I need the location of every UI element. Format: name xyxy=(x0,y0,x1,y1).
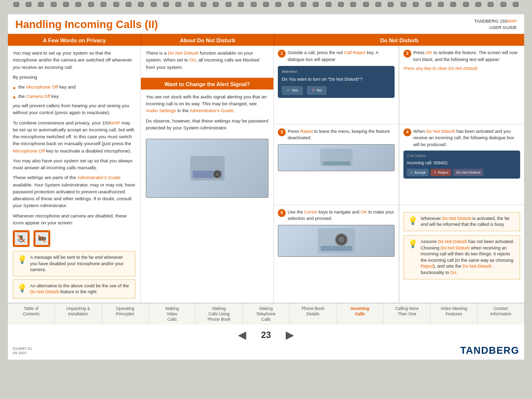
tip3-text: Whenever Do Not Disturb is activated, th… xyxy=(421,215,516,228)
dialog-buttons: ✓ Yes ✗ No xyxy=(282,86,391,95)
step-2-box: 2 Press OK to activate the feature. The … xyxy=(399,46,524,124)
nav-contact-information[interactable]: ContactInformation xyxy=(478,304,524,325)
tip-box-4: 💡 Assume Do Not Disturb has not been act… xyxy=(403,235,520,279)
svg-point-9 xyxy=(215,172,219,176)
bullet-microphone: ● the Microphone Off key and xyxy=(13,84,135,92)
dnd-clear-text: Press any key to clear Do Not Disturb xyxy=(403,65,520,72)
doc-date: 05.2007 xyxy=(13,351,32,355)
tip-icon-3: 💡 xyxy=(408,215,418,226)
page-navigation: ◀ 23 ▶ xyxy=(8,327,524,343)
spiral-binding xyxy=(0,0,532,9)
reject-btn[interactable]: ✗ Reject xyxy=(431,169,451,176)
step-3-box: 3 Press Reject to leave the menu, keepin… xyxy=(274,124,399,205)
nav-making-calls-phonebook[interactable]: MakingCalls UsingPhone Book xyxy=(196,304,242,325)
step-4-box: 4 When Do Not Disturb has been activated… xyxy=(399,124,524,205)
privacy-column: You may want to set up your system so th… xyxy=(8,46,141,303)
svg-rect-3 xyxy=(38,237,44,241)
nav-phone-book-details[interactable]: Phone BookDetails xyxy=(290,304,336,325)
step-2-header: 2 Press OK to activate the feature. The … xyxy=(403,50,520,63)
nav-operating-principles[interactable]: OperatingPrinciples xyxy=(102,304,149,325)
svg-line-5 xyxy=(38,235,45,242)
step-1-num: 1 xyxy=(278,50,286,58)
alert-content: You are not stuck with the audio signal … xyxy=(141,90,273,204)
call-action-buttons: ✓ Accept ✗ Reject Do Not Disturb xyxy=(407,169,517,176)
tip-box-2: 💡 An alternative to the above could be t… xyxy=(13,279,135,299)
step-4-num: 4 xyxy=(403,128,411,136)
privacy-para5: These settings are parts of the Adminstr… xyxy=(13,174,135,209)
step-2-num: 2 xyxy=(403,50,411,58)
dnd-steps-column: 1 Outside a call, press the red Call Rej… xyxy=(274,46,524,303)
nav-incoming-calls[interactable]: IncomingCalls xyxy=(337,304,384,325)
svg-line-2 xyxy=(18,235,25,242)
dialog-no-btn[interactable]: ✗ No xyxy=(307,86,327,95)
dnd-header: Do Not Disturb xyxy=(274,35,524,46)
dnd-about-column: There is a Do Not Disturb function avail… xyxy=(141,46,274,303)
alert-section: Want to Change the Alert Signal? You are… xyxy=(141,78,273,204)
privacy-para2: you will prevent callers from hearing yo… xyxy=(13,102,135,117)
step-2-text: Press OK to activate the feature. The sc… xyxy=(413,50,520,63)
tip-box-3: 💡 Whenever Do Not Disturb is activated, … xyxy=(403,212,520,231)
alert-para1: You are not stuck with the audio signal … xyxy=(146,93,268,115)
privacy-para4: You may also have your system set up so … xyxy=(13,157,135,172)
footer-row: D14067.01 05.2007 TANDBERG xyxy=(8,343,524,358)
page-header: Handling Incoming Calls (II) TANDBERG 15… xyxy=(8,14,524,34)
main-content: You may want to set up your system so th… xyxy=(8,46,524,303)
by-pressing-label: By pressing xyxy=(13,74,135,81)
step-4-header: 4 When Do Not Disturb has been activated… xyxy=(403,128,520,149)
main-page: Handling Incoming Calls (II) TANDBERG 15… xyxy=(7,14,525,360)
step-3-text: Press Reject to leave the menu, keeping … xyxy=(288,128,395,142)
svg-point-15 xyxy=(338,237,344,243)
section-headers: A Few Words on Privacy About Do Not Dist… xyxy=(8,34,524,46)
accept-btn[interactable]: ✓ Accept xyxy=(407,169,429,176)
page-title: Handling Incoming Calls (II) xyxy=(15,18,158,31)
navigation-bar: Table ofContents Unpacking &Installation… xyxy=(8,303,524,325)
alert-screenshot xyxy=(146,139,268,198)
tip-icon-1: 💡 xyxy=(17,254,27,265)
step-1-box: 1 Outside a call, press the red Call Rej… xyxy=(274,46,399,124)
nav-making-video-calls[interactable]: MakingVideoCalls xyxy=(149,304,196,325)
nav-unpacking-installation[interactable]: Unpacking &Installation xyxy=(55,304,101,325)
tip-icon-2: 💡 xyxy=(17,283,27,294)
dialog-title: Attention xyxy=(282,69,391,75)
nav-calling-more-than-one[interactable]: Calling MoreThan One xyxy=(384,304,431,325)
step-5-text: Use the Cursor keys to navigate and OK t… xyxy=(288,209,395,222)
dnd-about-content: There is a Do Not Disturb function avail… xyxy=(141,46,273,78)
privacy-content: You may want to set up your system so th… xyxy=(8,46,140,303)
camera-off-icon xyxy=(33,230,50,247)
step-3-num: 3 xyxy=(278,128,286,136)
alert-header: Want to Change the Alert Signal? xyxy=(141,79,273,90)
privacy-para6: Whenever microphone and camera are disab… xyxy=(13,213,135,227)
footer: ◀ 23 ▶ D14067.01 05.2007 TANDBERG xyxy=(8,325,524,360)
call-number: Incoming call: 558402 xyxy=(407,160,517,166)
tip1-text: A message will be sent to the far end wh… xyxy=(30,254,131,273)
dialog-yes-btn[interactable]: ✓ Yes xyxy=(282,86,303,95)
dnd-btn[interactable]: Do Not Disturb xyxy=(453,169,483,176)
dialog-question: Do You want to turn on "Do Not Disturb"? xyxy=(282,76,391,83)
svg-rect-0 xyxy=(20,235,23,240)
dialog-box-1: Attention Do You want to turn on "Do Not… xyxy=(278,66,395,98)
model-name: TANDBERG 150MXP xyxy=(474,18,517,25)
step-1-text: Outside a call, press the red Call Rejec… xyxy=(288,50,395,63)
prev-page-arrow[interactable]: ◀ xyxy=(238,329,246,341)
step-5-num: 5 xyxy=(278,209,286,217)
alert-para2: Do observe, however, that these settings… xyxy=(146,118,268,132)
dnd-about-header: About Do Not Disturb xyxy=(141,35,274,46)
tip-3-4-box: 💡 Whenever Do Not Disturb is activated, … xyxy=(399,205,524,303)
step-5-screenshot xyxy=(278,225,395,257)
disabled-icons xyxy=(13,230,135,247)
page-number: 23 xyxy=(261,330,271,340)
tip4-text: Assume Do Not Disturb has not been activ… xyxy=(421,239,516,276)
nav-making-telephone-calls[interactable]: MakingTelephoneCalls xyxy=(243,304,290,325)
svg-marker-4 xyxy=(44,237,46,241)
tandberg-logo: TANDBERG xyxy=(460,345,519,356)
step-5-header: 5 Use the Cursor keys to navigate and OK… xyxy=(278,209,395,222)
svg-rect-11 xyxy=(323,161,350,165)
user-guide-label: USER GUIDE xyxy=(474,25,517,31)
call-status-title: Call Status xyxy=(407,153,517,159)
nav-table-of-contents[interactable]: Table ofContents xyxy=(8,304,55,325)
nav-video-meeting-features[interactable]: Video MeetingFeatures xyxy=(431,304,477,325)
step-1-header: 1 Outside a call, press the red Call Rej… xyxy=(278,50,395,63)
privacy-para3: To combine convenience and privacy, your… xyxy=(13,120,135,154)
step-4-text: When Do Not Disturb has been activated a… xyxy=(413,128,520,149)
next-page-arrow[interactable]: ▶ xyxy=(286,329,294,341)
